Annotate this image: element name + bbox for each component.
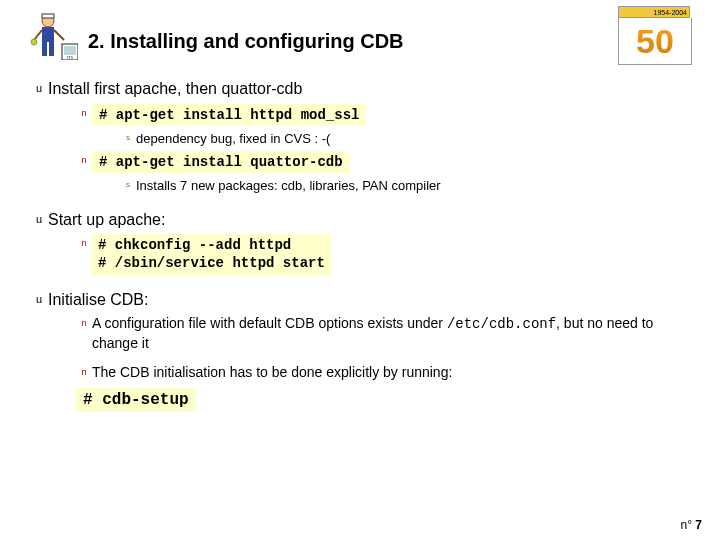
code-block: n # chkconfig --add httpd # /sbin/servic… [76, 234, 690, 274]
bullet-text: Initialise CDB: [48, 289, 148, 311]
bullet-text: Install first apache, then quattor-cdb [48, 78, 302, 100]
sub-note: s Installs 7 new packages: cdb, librarie… [120, 177, 690, 195]
code: # apt-get install httpd mod_ssl [92, 104, 366, 126]
slide-title: 2. Installing and configuring CDB [88, 30, 610, 53]
code: # cdb-setup [76, 388, 196, 412]
svg-rect-4 [42, 14, 54, 18]
code-block: # cdb-setup [76, 388, 690, 412]
slide: ITS 2. Installing and configuring CDB 19… [0, 0, 720, 540]
svg-point-10 [31, 39, 37, 45]
mascot-icon: ITS [30, 10, 78, 60]
paragraph-text: The CDB initialisation has to be done ex… [92, 363, 452, 382]
paragraph: n The CDB initialisation has to be done … [76, 363, 690, 382]
note-text: dependency bug, fixed in CVS : -( [136, 130, 330, 148]
page-number: 7 [695, 518, 702, 532]
bullet-icon: s [120, 130, 136, 146]
sub-note: s dependency bug, fixed in CVS : -( [120, 130, 690, 148]
bullet-icon: n [76, 363, 92, 381]
content: u Install first apache, then quattor-cdb… [30, 78, 690, 412]
paragraph-text: A configuration file with default CDB op… [92, 314, 690, 353]
anniversary-logo: 1954-2004 50 [618, 6, 690, 68]
logo-number: 50 [636, 24, 674, 58]
bullet-icon: u [30, 78, 48, 98]
bullet-install: u Install first apache, then quattor-cdb [30, 78, 690, 100]
svg-rect-7 [49, 42, 54, 56]
svg-line-8 [54, 30, 64, 40]
code: # chkconfig --add httpd # /sbin/service … [92, 234, 331, 274]
svg-rect-1 [64, 46, 76, 55]
bullet-icon: s [120, 177, 136, 193]
paragraph: n A configuration file with default CDB … [76, 314, 690, 353]
page-footer: n° 7 [680, 518, 702, 532]
code-line: n # apt-get install quattor-cdb [76, 151, 690, 173]
bullet-icon: u [30, 209, 48, 229]
svg-rect-6 [42, 42, 47, 56]
bullet-icon: n [76, 151, 92, 169]
page-prefix: n° [680, 518, 691, 532]
header: ITS 2. Installing and configuring CDB 19… [30, 10, 690, 68]
bullet-icon: u [30, 289, 48, 309]
inline-code: /etc/cdb.conf [447, 316, 556, 332]
bullet-icon: n [76, 234, 92, 252]
code: # apt-get install quattor-cdb [92, 151, 350, 173]
note-text: Installs 7 new packages: cdb, libraries,… [136, 177, 441, 195]
code-line: n # apt-get install httpd mod_ssl [76, 104, 690, 126]
bullet-init-cdb: u Initialise CDB: [30, 289, 690, 311]
bullet-start-apache: u Start up apache: [30, 209, 690, 231]
bullet-text: Start up apache: [48, 209, 165, 231]
logo-year: 1954-2004 [618, 6, 690, 18]
svg-line-9 [34, 30, 42, 40]
bullet-icon: n [76, 314, 92, 332]
text-part: A configuration file with default CDB op… [92, 315, 447, 331]
bullet-icon: n [76, 104, 92, 122]
svg-rect-5 [42, 27, 54, 42]
svg-text:ITS: ITS [67, 55, 73, 60]
